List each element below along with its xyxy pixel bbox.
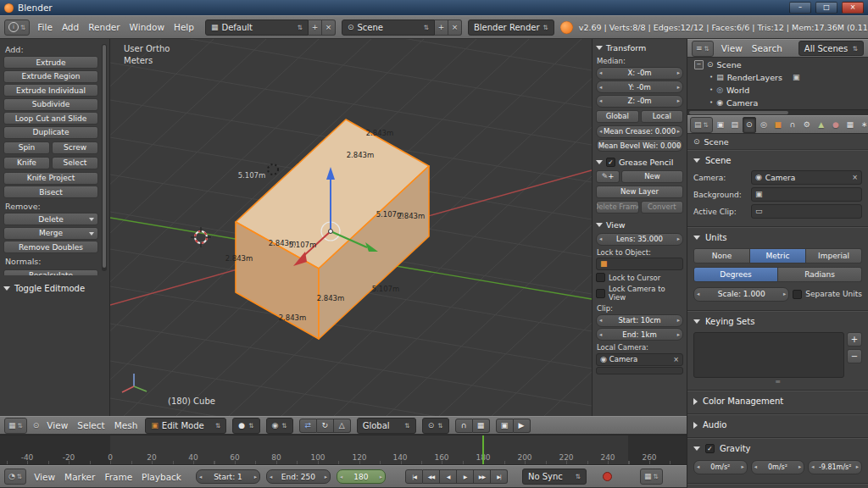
grease-pencil-checkbox[interactable]: ✓ bbox=[606, 158, 615, 167]
menu-add[interactable]: Add bbox=[60, 22, 81, 32]
collapse-icon[interactable]: − bbox=[694, 60, 704, 69]
knife-project-button[interactable]: Knife Project bbox=[3, 172, 98, 185]
clip-start-field[interactable]: Start: 10cm bbox=[596, 314, 683, 327]
jump-to-end-button[interactable]: ▶| bbox=[491, 469, 508, 484]
lock-object-picker[interactable]: ■ bbox=[596, 258, 683, 270]
scale-manipulator-toggle[interactable]: △ bbox=[334, 419, 351, 433]
display-mode-dropdown[interactable]: All Scenes ⇅ bbox=[798, 41, 864, 56]
camera-picker[interactable]: ◉ Camera × bbox=[751, 170, 862, 185]
loop-cut-button[interactable]: Loop Cut and Slide bbox=[3, 112, 98, 125]
menu-mesh[interactable]: Mesh bbox=[113, 420, 140, 430]
tree-item-renderlayers[interactable]: • ▤ RenderLayers ▣ bbox=[687, 71, 868, 84]
shading-dropdown[interactable]: ● ⇅ bbox=[232, 418, 259, 434]
extrude-button[interactable]: Extrude bbox=[3, 56, 98, 69]
menu-view[interactable]: View bbox=[32, 472, 57, 482]
frame-start-field[interactable]: Start: 1 bbox=[196, 469, 260, 484]
add-scene-button[interactable]: + bbox=[435, 19, 448, 36]
editor-type-button[interactable]: i ⇅ bbox=[4, 19, 30, 36]
render-layers-tab[interactable]: ▤ bbox=[728, 117, 742, 133]
gravity-checkbox[interactable]: ✓ bbox=[705, 444, 715, 453]
object-data-tab[interactable]: ▲ bbox=[815, 117, 828, 133]
menu-select[interactable]: Select bbox=[75, 420, 106, 430]
proportional-edit-dropdown[interactable]: ⊙ ⇅ bbox=[422, 418, 449, 434]
auto-keyframe-record-button[interactable] bbox=[603, 472, 612, 481]
menu-view[interactable]: View bbox=[45, 420, 70, 430]
keying-sets-panel-header[interactable]: Keying Sets bbox=[693, 314, 862, 329]
outliner-horizontal-scrollbar[interactable] bbox=[687, 109, 868, 115]
mean-bevel-field[interactable]: Mean Bevel Wei: 0.000 bbox=[596, 139, 683, 152]
renderability-icon[interactable]: ▣ bbox=[793, 74, 800, 81]
gravity-y-field[interactable]: 0m/s² bbox=[751, 460, 805, 474]
transform-panel-header[interactable]: Transform bbox=[596, 42, 683, 54]
delete-menu-button[interactable]: Delete bbox=[3, 213, 98, 225]
menu-help[interactable]: Help bbox=[172, 22, 196, 32]
menu-marker[interactable]: Marker bbox=[63, 472, 97, 482]
color-management-panel-header[interactable]: Color Management bbox=[693, 394, 862, 408]
frame-end-field[interactable]: End: 250 bbox=[266, 469, 331, 484]
screw-button[interactable]: Screw bbox=[52, 141, 98, 154]
grease-pencil-panel-header[interactable]: ✓ Grease Pencil bbox=[596, 156, 683, 169]
remove-keying-set-button[interactable]: − bbox=[847, 349, 862, 363]
delete-frame-button[interactable]: Delete Frame bbox=[596, 201, 639, 214]
lock-camera-checkbox[interactable] bbox=[596, 289, 605, 298]
object-tab[interactable]: ■ bbox=[771, 117, 785, 133]
audio-panel-header[interactable]: Audio bbox=[693, 418, 862, 432]
opengl-render-still-button[interactable]: ▣ bbox=[496, 419, 514, 433]
unit-none-button[interactable]: None bbox=[693, 248, 750, 263]
degrees-button[interactable]: Degrees bbox=[693, 267, 778, 282]
editor-type-button[interactable]: ◔ ⇅ bbox=[4, 469, 26, 485]
grease-pencil-draw-button[interactable]: ✎ + bbox=[596, 170, 620, 183]
render-engine-dropdown[interactable]: Blender Render ⇅ bbox=[468, 19, 554, 36]
opengl-render-anim-button[interactable]: ▶ bbox=[514, 419, 531, 433]
orientation-dropdown[interactable]: Global ⇅ bbox=[357, 418, 416, 434]
menu-file[interactable]: File bbox=[36, 22, 54, 32]
delete-scene-button[interactable]: × bbox=[448, 19, 462, 36]
mean-crease-field[interactable]: Mean Crease: 0.000 bbox=[596, 125, 683, 138]
prev-keyframe-button[interactable]: ◀◀ bbox=[423, 469, 440, 484]
units-panel-header[interactable]: Units bbox=[693, 230, 862, 245]
maximize-button[interactable]: □ bbox=[815, 2, 837, 14]
duplicate-button[interactable]: Duplicate bbox=[3, 126, 98, 139]
menu-frame[interactable]: Frame bbox=[103, 472, 134, 482]
view-panel-header[interactable]: View bbox=[596, 219, 683, 231]
toolshelf-scrollbar[interactable] bbox=[102, 44, 107, 271]
unit-metric-button[interactable]: Metric bbox=[750, 248, 806, 263]
editor-type-button[interactable]: ▤ ⇅ bbox=[690, 117, 713, 133]
merge-menu-button[interactable]: Merge bbox=[3, 227, 98, 240]
extrude-individual-button[interactable]: Extrude Individual bbox=[3, 84, 98, 97]
clip-end-field[interactable]: End: 1km bbox=[596, 328, 683, 341]
viewport-3d[interactable]: User Ortho Meters (180) Cube 2.843m 2.84… bbox=[110, 39, 687, 416]
material-tab[interactable]: ● bbox=[829, 117, 843, 133]
extrude-region-button[interactable]: Extrude Region bbox=[3, 70, 98, 83]
timeline-ruler[interactable]: -40 -20 0 20 40 60 80 100 120 140 160 18… bbox=[0, 435, 687, 465]
scene-panel-header[interactable]: Scene bbox=[693, 153, 862, 168]
median-y-field[interactable]: Y: -0m bbox=[596, 80, 683, 93]
rotate-manipulator-toggle[interactable]: ↻ bbox=[317, 419, 334, 433]
world-tab[interactable]: ◎ bbox=[757, 117, 771, 133]
knife-select-button[interactable]: Select bbox=[52, 157, 98, 169]
spin-button[interactable]: Spin bbox=[3, 141, 50, 154]
constraints-tab[interactable]: ∩ bbox=[786, 117, 799, 133]
local-camera-picker[interactable]: ◉ Camera × bbox=[596, 353, 683, 366]
tree-item-camera[interactable]: • ◉ Camera bbox=[687, 97, 868, 109]
close-button[interactable]: × bbox=[842, 2, 864, 14]
particles-tab[interactable]: ∗ bbox=[858, 117, 868, 133]
menu-view[interactable]: View bbox=[720, 43, 744, 53]
clear-icon[interactable]: × bbox=[852, 174, 858, 181]
list-resize-grip[interactable]: ≡ bbox=[693, 379, 862, 385]
gravity-panel-header[interactable]: ✓ Gravity bbox=[693, 441, 862, 456]
unit-scale-field[interactable]: Scale: 1.000 bbox=[693, 287, 789, 302]
tree-item-world[interactable]: • ◎ World bbox=[687, 84, 868, 97]
render-tab[interactable]: ▣ bbox=[714, 117, 727, 133]
toggle-editmode-panel-header[interactable]: Toggle Editmode bbox=[3, 284, 98, 293]
editor-type-button[interactable]: ▦ ⇅ bbox=[4, 418, 27, 434]
menu-window[interactable]: Window bbox=[128, 22, 166, 32]
global-toggle[interactable]: Global bbox=[596, 110, 639, 123]
convert-button[interactable]: Convert bbox=[641, 201, 684, 214]
sync-dropdown[interactable]: No Sync ⇅ bbox=[522, 469, 587, 485]
menu-collapse-icon[interactable]: ⊙ bbox=[33, 422, 40, 430]
jump-to-start-button[interactable]: |◀ bbox=[405, 469, 423, 484]
subdivide-button[interactable]: Subdivide bbox=[3, 98, 98, 111]
bisect-button[interactable]: Bisect bbox=[3, 186, 98, 198]
remove-doubles-button[interactable]: Remove Doubles bbox=[3, 241, 98, 253]
